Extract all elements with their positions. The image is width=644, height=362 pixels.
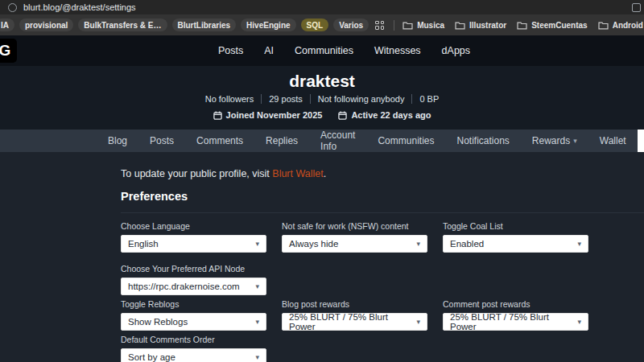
field-api-node: Choose Your Preferred API Node https://r… bbox=[121, 264, 266, 299]
language-select[interactable]: English ▾ bbox=[121, 235, 266, 253]
profile-banner: draktest No followers 29 posts Not follo… bbox=[0, 66, 644, 130]
profile-username: draktest bbox=[0, 72, 644, 91]
section-divider bbox=[121, 212, 644, 213]
chevron-down-icon: ▾ bbox=[573, 137, 577, 145]
nav-dapps[interactable]: dApps bbox=[442, 45, 470, 56]
field-coal-list: Toggle Coal List Enabled ▾ bbox=[443, 221, 588, 264]
bookmarks-bar: IA provisional BulkTransfers & E… BlurtL… bbox=[0, 14, 644, 35]
profile-stats: No followers 29 posts Not following anyb… bbox=[0, 94, 644, 104]
stat-separator bbox=[411, 94, 412, 104]
folder-icon bbox=[598, 21, 609, 30]
field-nsfw-content: Not safe for work (NSFW) content Always … bbox=[282, 221, 427, 264]
tab-replies[interactable]: Replies bbox=[254, 130, 309, 152]
folder-icon bbox=[455, 21, 465, 30]
field-label: Blog post rewards bbox=[282, 299, 427, 310]
chevron-down-icon: ▾ bbox=[577, 240, 581, 248]
site-logo[interactable]: G bbox=[0, 39, 17, 63]
chevron-down-icon: ▾ bbox=[255, 318, 259, 326]
folder-icon bbox=[517, 21, 527, 30]
field-label: Choose Your Preferred API Node bbox=[121, 264, 266, 274]
site-header: G Posts AI Communities Witnesses dApps bbox=[0, 35, 644, 66]
bookmark-ia[interactable]: IA bbox=[0, 19, 14, 31]
api-node-select[interactable]: https://rpc.drakernoise.com ▾ bbox=[121, 278, 266, 295]
site-info-icon[interactable] bbox=[8, 3, 17, 12]
chevron-down-icon: ▾ bbox=[416, 240, 420, 248]
field-blog-rewards: Blog post rewards 25% BLURT / 75% Blurt … bbox=[282, 299, 427, 335]
profile-tabbar: Blog Posts Comments Replies Account Info… bbox=[0, 130, 644, 152]
bookmark-folder-steemcuentas[interactable]: SteemCuentas bbox=[517, 21, 587, 30]
tab-communities[interactable]: Communities bbox=[366, 130, 445, 152]
bookmark-folder-musica[interactable]: Musica bbox=[402, 21, 444, 30]
bookmark-sql[interactable]: SQL bbox=[301, 19, 329, 31]
stat-following: Not following anybody bbox=[318, 94, 405, 104]
tab-rewards[interactable]: Rewards ▾ bbox=[521, 130, 588, 152]
bookmark-varios[interactable]: Varios bbox=[333, 19, 369, 31]
profile-update-notice: To update your public profile, visit Blu… bbox=[121, 168, 644, 179]
nav-posts[interactable]: Posts bbox=[218, 45, 243, 56]
bookmark-bulktransfers[interactable]: BulkTransfers & E… bbox=[78, 19, 167, 31]
tab-account-info[interactable]: Account Info bbox=[309, 130, 366, 152]
active-date: Active 22 days ago bbox=[338, 110, 431, 120]
stat-separator bbox=[310, 94, 311, 104]
field-comments-order: Default Comments Order Sort by age ▾ bbox=[121, 335, 266, 362]
comments-order-select[interactable]: Sort by age ▾ bbox=[121, 348, 266, 362]
bookmark-hiveengine[interactable]: HiveEngine bbox=[241, 19, 295, 31]
settings-page: To update your public profile, visit Blu… bbox=[0, 152, 644, 361]
field-label: Not safe for work (NSFW) content bbox=[282, 221, 427, 232]
chevron-down-icon: ▾ bbox=[416, 318, 420, 326]
folder-icon bbox=[402, 21, 413, 30]
bookmark-blurtlibraries[interactable]: BlurtLibraries bbox=[172, 19, 237, 31]
chevron-down-icon: ▾ bbox=[577, 318, 581, 326]
stat-separator bbox=[261, 94, 262, 104]
bookmark-provisional[interactable]: provisional bbox=[19, 19, 73, 31]
bookmark-folder-android[interactable]: Android bbox=[598, 21, 643, 30]
field-comment-rewards: Comment post rewards 25% BLURT / 75% Blu… bbox=[443, 299, 588, 335]
chevron-down-icon: ▾ bbox=[255, 353, 259, 361]
profile-dates: Joined November 2025 Active 22 days ago bbox=[0, 110, 644, 120]
tab-notifications[interactable]: Notifications bbox=[445, 130, 520, 152]
blog-rewards-select[interactable]: 25% BLURT / 75% Blurt Power ▾ bbox=[282, 313, 427, 331]
tab-settings[interactable]: Settings bbox=[638, 130, 644, 152]
tab-wallet[interactable]: Wallet bbox=[588, 130, 638, 152]
tab-blog[interactable]: Blog bbox=[97, 130, 138, 152]
tab-posts[interactable]: Posts bbox=[138, 130, 185, 152]
joined-date: Joined November 2025 bbox=[213, 110, 323, 120]
nav-ai[interactable]: AI bbox=[264, 45, 274, 56]
nav-witnesses[interactable]: Witnesses bbox=[374, 45, 421, 56]
bookmarks-separator bbox=[394, 20, 394, 31]
chevron-down-icon: ▾ bbox=[255, 240, 259, 248]
preferences-form: Choose Language English ▾ Not safe for w… bbox=[121, 221, 644, 362]
stat-bp: 0 BP bbox=[419, 94, 439, 104]
stat-posts[interactable]: 29 posts bbox=[269, 94, 303, 104]
field-label: Toggle Reblogs bbox=[121, 299, 266, 310]
tab-groups-icon[interactable] bbox=[375, 21, 384, 30]
download-icon[interactable] bbox=[632, 3, 641, 12]
coal-list-select[interactable]: Enabled ▾ bbox=[443, 235, 588, 253]
field-choose-language: Choose Language English ▾ bbox=[121, 221, 266, 264]
reblogs-select[interactable]: Show Reblogs ▾ bbox=[121, 313, 266, 331]
field-label: Toggle Coal List bbox=[443, 221, 588, 232]
calendar-icon bbox=[338, 111, 347, 120]
browser-url-bar: blurt.blog/@draktest/settings bbox=[0, 0, 644, 14]
nav-communities[interactable]: Communities bbox=[295, 45, 353, 56]
stat-followers: No followers bbox=[205, 94, 254, 104]
preferences-heading: Preferences bbox=[121, 190, 644, 203]
field-toggle-reblogs: Toggle Reblogs Show Reblogs ▾ bbox=[121, 299, 266, 335]
field-label: Default Comments Order bbox=[121, 335, 266, 345]
nsfw-select[interactable]: Always hide ▾ bbox=[282, 235, 427, 253]
bookmark-folder-illustrator[interactable]: Illustrator bbox=[455, 21, 506, 30]
blurt-wallet-link[interactable]: Blurt Wallet bbox=[272, 168, 323, 179]
tab-comments[interactable]: Comments bbox=[185, 130, 254, 152]
main-nav: Posts AI Communities Witnesses dApps bbox=[218, 45, 470, 56]
calendar-icon bbox=[213, 111, 222, 120]
comment-rewards-select[interactable]: 25% BLURT / 75% Blurt Power ▾ bbox=[443, 313, 588, 331]
field-label: Choose Language bbox=[121, 221, 266, 232]
url-text[interactable]: blurt.blog/@draktest/settings bbox=[23, 2, 136, 12]
field-label: Comment post rewards bbox=[443, 299, 588, 310]
chevron-down-icon: ▾ bbox=[255, 282, 259, 290]
